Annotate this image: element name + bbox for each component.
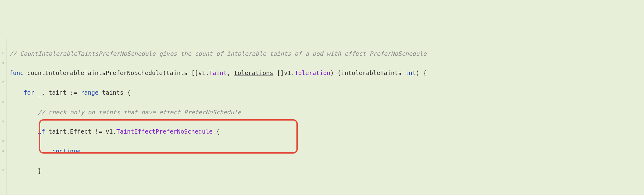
code-line	[9, 186, 644, 195]
keyword-if: if	[38, 128, 45, 135]
fold-icon[interactable]: ⊟	[1, 60, 6, 65]
keyword-range: range	[81, 89, 99, 96]
code-line: for _, taint := range taints {	[9, 88, 644, 98]
code-line: if taint.Effect != v1.TaintEffectPreferN…	[9, 127, 644, 136]
fold-icon[interactable]: ⊟	[1, 149, 6, 153]
keyword-for: for	[24, 89, 34, 96]
fold-icon[interactable]: ⊟	[1, 139, 6, 143]
param-name: taints	[166, 69, 188, 76]
code-line: }	[9, 166, 644, 176]
comment: // CountIntolerableTaintsPreferNoSchedul…	[9, 50, 426, 57]
gutter: ⊟ ⊟ ⊟ ⊟ ⊟ ⊟ ⊟ ⊟	[0, 39, 7, 195]
type-int: int	[405, 69, 416, 76]
fold-icon[interactable]: ⊟	[1, 51, 6, 55]
comment: // check only on taints that have effect…	[38, 109, 241, 116]
code-area[interactable]: // CountIntolerableTaintsPreferNoSchedul…	[7, 39, 644, 195]
fold-icon[interactable]: ⊟	[1, 100, 6, 104]
keyword-func: func	[9, 69, 24, 76]
fold-icon[interactable]: ⊟	[1, 119, 6, 124]
param-name: tolerations	[234, 69, 273, 76]
keyword-continue: continue	[52, 148, 81, 155]
code-line: func countIntolerableTaintsPreferNoSched…	[9, 68, 644, 78]
type-ref: Toleration	[295, 69, 330, 76]
code-editor: ⊟ ⊟ ⊟ ⊟ ⊟ ⊟ ⊟ ⊟ // CountIntolerableTaint…	[0, 39, 644, 195]
code-line: // check only on taints that have effect…	[9, 107, 644, 117]
loop-var: taint	[49, 89, 66, 96]
code-line: continue	[9, 146, 644, 156]
fold-icon[interactable]: ⊟	[1, 168, 6, 173]
code-line: // CountIntolerableTaintsPreferNoSchedul…	[9, 49, 644, 59]
const-ref: TaintEffectPreferNoSchedule	[116, 128, 213, 135]
return-name: intolerableTaints	[341, 69, 401, 76]
fold-icon[interactable]: ⊟	[1, 80, 6, 84]
type-ref: Taint	[209, 69, 227, 76]
function-name: countIntolerableTaintsPreferNoSchedule	[27, 69, 163, 76]
